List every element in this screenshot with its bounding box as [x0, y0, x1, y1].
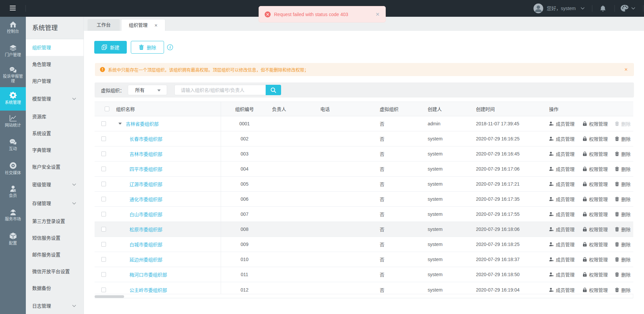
- svg-text:i: i: [169, 45, 171, 49]
